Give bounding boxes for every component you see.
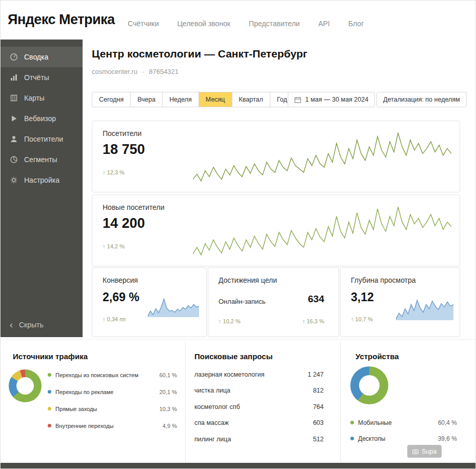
visitors-card: Посетители 18 750 ↑ 12,3 % [92, 121, 460, 192]
goal-delta-left: ↑ 10,2 % [219, 318, 241, 324]
query-value: 603 [313, 419, 324, 426]
calendar-icon [294, 96, 301, 103]
tab-yesterday[interactable]: Вчера [131, 92, 163, 107]
conversion-delta: ↑ 0,34 пп [103, 316, 126, 322]
legend-label: Прямые заходы [55, 406, 155, 412]
segments-icon [10, 155, 18, 164]
legend-dot [350, 437, 354, 440]
legend-value: 39,6 % [438, 435, 457, 442]
query-row[interactable]: спа массаж 603 [194, 415, 324, 432]
query-value: 812 [313, 387, 324, 394]
tab-quarter[interactable]: Квартал [232, 92, 270, 107]
visitors-line-chart [193, 129, 451, 184]
query-label: лазерная косметология [194, 371, 308, 378]
sidebar-item-webvisor[interactable]: Вебвизор [1, 108, 83, 129]
goals-title: Достижения цели [219, 276, 277, 284]
tab-week[interactable]: Неделя [163, 92, 199, 107]
tab-month[interactable]: Месяц [199, 92, 232, 107]
visitors-value: 18 750 [103, 142, 145, 158]
sidebar-item-label: Вебвизор [24, 114, 56, 123]
visitors-delta: ↑ 12,3 % [103, 169, 125, 175]
depth-value: 3,12 [351, 290, 374, 304]
sidebar-item-label: Настройка [24, 176, 60, 184]
query-value: 764 [313, 403, 324, 411]
legend-item-mobile[interactable]: Мобильные 60,4 % [350, 415, 457, 431]
column-divider [340, 342, 341, 462]
nav-representatives[interactable]: Представители [249, 19, 300, 28]
sidebar-collapse-button[interactable]: ‹ Скрыть [10, 321, 44, 329]
site-domain[interactable]: cosmocenter.ru [92, 68, 137, 75]
play-icon [10, 114, 18, 123]
new-visitors-line-chart [193, 203, 451, 258]
legend-value: 10,3 % [160, 406, 177, 412]
person-icon [10, 135, 18, 143]
conversion-title: Конверсия [103, 276, 138, 284]
maps-icon [10, 94, 18, 102]
new-visitors-value: 14 200 [103, 216, 145, 231]
goals-card: Достижения цели Онлайн-запись 634 ↑ 10,2… [208, 267, 339, 337]
legend-item-ads[interactable]: Переходы по рекламе 20,1 % [48, 383, 177, 400]
top-nav: Счётчики Целевой звонок Представители AP… [128, 19, 364, 28]
devices-title: Устройства [355, 352, 399, 361]
conversion-value: 2,69 % [103, 290, 140, 304]
traffic-sources-title: Источники трафика [13, 352, 88, 361]
legend-item-direct[interactable]: Прямые заходы 10,3 % [48, 400, 177, 417]
depth-card: Глубина просмотра 3,12 ↑ 10,7 % [340, 267, 460, 337]
donut-hole [16, 377, 34, 395]
legend-item-desktop[interactable]: Десктопы 39,6 % [350, 431, 457, 446]
page-title: Центр косметологии — Санкт-Петербург [92, 48, 307, 60]
bottom-section: Источники трафика Поисковые запросы Устр… [1, 339, 475, 464]
query-row[interactable]: лазерная косметология 1 247 [194, 366, 324, 383]
nav-api[interactable]: API [318, 19, 330, 28]
query-row[interactable]: косметолог спб 764 [194, 399, 324, 415]
detail-label: Детализация: по неделям [383, 96, 460, 103]
detail-button[interactable]: Детализация: по неделям [376, 92, 467, 107]
nav-blog[interactable]: Блог [348, 19, 364, 28]
devices-donut-chart [350, 366, 388, 404]
legend-item-internal[interactable]: Внутренние переходы 4,9 % [48, 417, 177, 434]
conversion-sparkline [148, 298, 199, 317]
query-value: 1 247 [308, 371, 324, 378]
nav-counters[interactable]: Счётчики [128, 19, 159, 28]
sidebar-item-summary[interactable]: Сводка [1, 47, 83, 67]
query-label: пилинг лица [194, 436, 313, 443]
legend-dot [48, 373, 51, 377]
legend-value: 20,1 % [160, 389, 177, 395]
new-visitors-delta: ↑ 14,2 % [103, 243, 125, 249]
gauge-icon [10, 53, 18, 61]
camera-icon [412, 448, 419, 455]
legend-value: 60,4 % [438, 419, 457, 426]
goal-name[interactable]: Онлайн-запись [219, 298, 266, 305]
period-tabs: Сегодня Вчера Неделя Месяц Квартал Год [92, 92, 294, 107]
counter-id: 87654321 [149, 68, 179, 75]
metrica-dashboard: Яндекс Метрика Счётчики Целевой звонок П… [0, 0, 476, 469]
sidebar-item-settings[interactable]: Настройка [1, 170, 83, 190]
sidebar-item-label: Сводка [24, 53, 48, 61]
reports-icon [10, 73, 18, 82]
nav-target-call[interactable]: Целевой звонок [177, 19, 231, 28]
sidebar-item-segments[interactable]: Сегменты [1, 149, 83, 170]
date-range-label: 1 мая — 30 мая 2024 [305, 96, 368, 103]
legend-label: Мобильные [358, 419, 434, 426]
legend-label: Десктопы [358, 435, 434, 442]
new-visitors-card: Новые посетители 14 200 ↑ 14,2 % [92, 194, 460, 266]
query-row[interactable]: чистка лица 812 [194, 383, 324, 399]
sidebar-item-reports[interactable]: Отчёты [1, 67, 83, 88]
footer-bar [1, 463, 475, 468]
query-label: чистка лица [194, 387, 313, 394]
sidebar-item-maps[interactable]: Карты [1, 88, 83, 108]
app-logo: Яндекс Метрика [8, 12, 115, 28]
sidebar-item-label: Карты [24, 94, 45, 102]
date-range-button[interactable]: 1 мая — 30 мая 2024 [288, 92, 375, 107]
legend-item-search[interactable]: Переходы из поисковых систем 60,1 % [48, 366, 177, 383]
query-label: спа массаж [194, 419, 313, 426]
legend-dot [48, 424, 51, 427]
query-value: 512 [313, 436, 324, 443]
gear-icon [10, 176, 18, 184]
subtitle-separator: · [142, 68, 144, 75]
tab-today[interactable]: Сегодня [92, 92, 131, 107]
sidebar-item-visitors[interactable]: Посетители [1, 129, 83, 149]
legend-label: Переходы из поисковых систем [55, 372, 155, 378]
query-row[interactable]: пилинг лица 512 [194, 431, 324, 447]
depth-delta: ↑ 10,7 % [351, 316, 373, 322]
